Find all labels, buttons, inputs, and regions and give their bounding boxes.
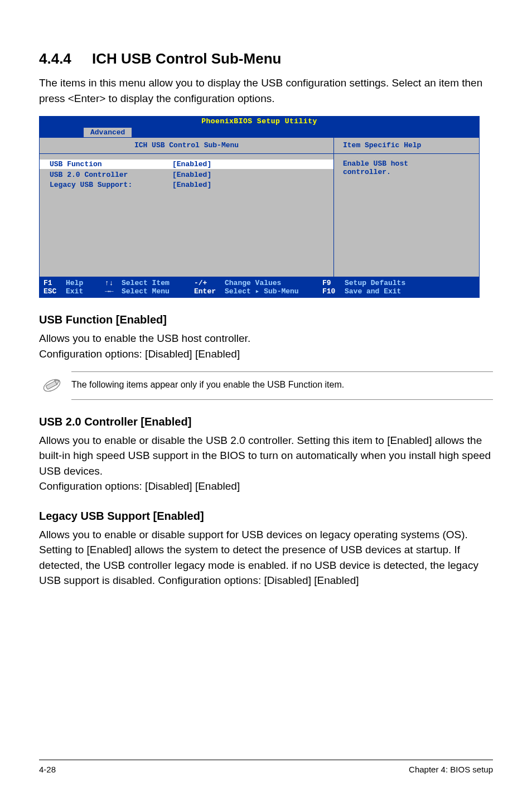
key-f10: F10 <box>322 287 335 296</box>
pencil-icon <box>39 373 65 398</box>
help-line2: controller. <box>343 168 470 177</box>
key-leftright: →← <box>105 287 114 296</box>
bios-footer: F1 Help ↑↓ Select Item -/+ Change Values… <box>39 277 480 298</box>
bios-row-usb20[interactable]: USB 2.0 Controller [Enabled] <box>40 170 333 180</box>
row-label: USB Function <box>50 160 172 169</box>
row-value: [Enabled] <box>172 160 211 169</box>
bios-row-usb-function[interactable]: USB Function [Enabled] <box>40 160 333 170</box>
note-text: The following items appear only if you e… <box>71 379 493 391</box>
tab-advanced[interactable]: Advanced <box>84 128 132 138</box>
key-minusplus-desc: Change Values <box>225 279 281 288</box>
page-number: 4-28 <box>39 765 56 774</box>
key-updown: ↑↓ <box>105 279 114 288</box>
key-f1: F1 <box>43 279 52 288</box>
subhead-legacy: Legacy USB Support [Enabled] <box>39 510 493 523</box>
key-f9: F9 <box>322 279 331 288</box>
key-enter-desc: Select ▸ Sub-Menu <box>225 287 299 296</box>
chapter-label: Chapter 4: BIOS setup <box>409 765 493 774</box>
bios-title: PhoenixBIOS Setup Utility <box>39 116 480 128</box>
usb-function-p1: Allows you to enable the USB host contro… <box>39 331 493 346</box>
key-esc: ESC <box>43 287 56 296</box>
key-f10-desc: Save and Exit <box>345 287 401 296</box>
key-minusplus: -/+ <box>194 279 207 288</box>
left-pane-body: USB Function [Enabled] USB 2.0 Controlle… <box>40 154 333 277</box>
row-value: [Enabled] <box>172 181 211 190</box>
key-f1-desc: Help <box>66 279 83 288</box>
bios-row-legacy[interactable]: Legacy USB Support: [Enabled] <box>40 180 333 190</box>
usb-function-p2: Configuration options: [Disabled] [Enabl… <box>39 346 493 362</box>
section-heading: 4.4.4ICH USB Control Sub-Menu <box>39 50 493 67</box>
key-esc-desc: Exit <box>66 287 83 296</box>
help-line1: Enable USB host <box>343 160 470 168</box>
row-value: [Enabled] <box>172 171 211 180</box>
page-footer: 4-28 Chapter 4: BIOS setup <box>39 760 493 774</box>
usb20-p1: Allows you to enable or disable the USB … <box>39 433 493 479</box>
key-leftright-desc: Select Menu <box>122 287 170 296</box>
section-number: 4.4.4 <box>39 50 92 67</box>
row-label: USB 2.0 Controller <box>50 171 172 180</box>
legacy-p1: Allows you to enable or disable support … <box>39 527 493 588</box>
key-enter: Enter <box>194 287 216 296</box>
key-updown-desc: Select Item <box>122 279 170 288</box>
note-block: The following items appear only if you e… <box>39 371 493 399</box>
section-intro: The items in this menu allow you to disp… <box>39 75 493 106</box>
help-body: Enable USB host controller. <box>334 154 479 277</box>
right-pane-title: Item Specific Help <box>334 138 479 154</box>
usb20-p2: Configuration options: [Disabled] [Enabl… <box>39 479 493 494</box>
key-f9-desc: Setup Defaults <box>345 279 405 288</box>
subhead-usb-function: USB Function [Enabled] <box>39 313 493 326</box>
row-label: Legacy USB Support: <box>50 181 172 190</box>
bios-menu-row: Advanced <box>39 128 480 138</box>
left-pane-title: ICH USB Control Sub-Menu <box>40 138 333 154</box>
subhead-usb20: USB 2.0 Controller [Enabled] <box>39 416 493 428</box>
bios-screenshot: PhoenixBIOS Setup Utility Advanced ICH U… <box>39 116 480 298</box>
section-title: ICH USB Control Sub-Menu <box>92 50 281 67</box>
